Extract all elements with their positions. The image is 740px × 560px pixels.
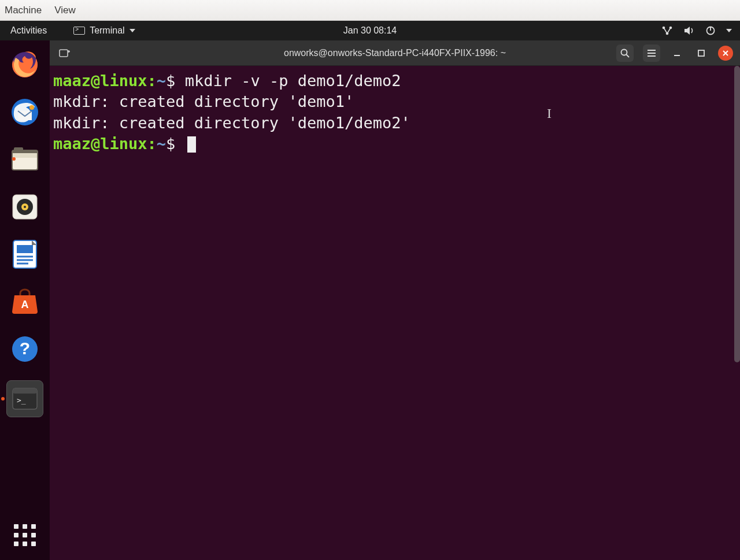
svg-point-30	[621, 49, 627, 55]
maximize-button[interactable]	[694, 46, 709, 61]
minimize-icon	[672, 49, 682, 58]
clock[interactable]: Jan 30 08:14	[343, 25, 397, 36]
maximize-icon	[697, 49, 706, 58]
prompt-dollar: $	[166, 135, 175, 153]
search-icon	[620, 48, 630, 58]
chevron-down-icon	[726, 29, 732, 32]
rhythmbox-icon[interactable]	[9, 191, 41, 223]
svg-text:>_: >_	[17, 396, 26, 405]
prompt-user: maaz@linux	[53, 72, 147, 90]
help-icon[interactable]: ?	[9, 333, 41, 365]
terminal-icon[interactable]: >_	[6, 380, 43, 417]
show-applications-button[interactable]	[13, 523, 37, 547]
svg-point-7	[29, 105, 34, 110]
close-button[interactable]	[718, 46, 733, 61]
terminal-line: maaz@linux:~$	[53, 133, 737, 154]
minimize-button[interactable]	[669, 46, 684, 61]
terminal-window: onworks@onworks-Standard-PC-i440FX-PIIX-…	[50, 40, 740, 560]
prompt-user: maaz@linux	[53, 135, 147, 153]
app-menu-label: Terminal	[90, 25, 124, 36]
prompt-path: ~	[157, 72, 166, 90]
libreoffice-writer-icon[interactable]	[9, 238, 41, 270]
vm-menubar: Machine View	[0, 0, 740, 21]
firefox-icon[interactable]	[9, 49, 41, 81]
prompt-dollar: $	[166, 72, 175, 90]
new-tab-icon	[59, 48, 71, 58]
svg-rect-25	[13, 388, 37, 394]
hamburger-icon	[646, 49, 657, 57]
svg-rect-11	[14, 147, 23, 152]
vm-menu-view[interactable]: View	[54, 5, 76, 16]
text-cursor-ibeam-icon: I	[547, 104, 552, 123]
prompt-path: ~	[157, 135, 166, 153]
vm-menu-machine[interactable]: Machine	[5, 5, 42, 16]
command-text: mkdir -v -p demo1/demo2	[185, 72, 401, 90]
running-indicator	[1, 397, 5, 400]
svg-text:A: A	[21, 299, 29, 310]
status-area[interactable]	[661, 25, 732, 36]
thunderbird-icon[interactable]	[9, 96, 41, 128]
svg-text:?: ?	[20, 339, 30, 358]
terminal-app-icon	[73, 27, 85, 35]
volume-icon	[683, 25, 695, 36]
terminal-headerbar: onworks@onworks-Standard-PC-i440FX-PIIX-…	[50, 40, 740, 66]
cursor-block	[187, 136, 196, 153]
terminal-line: mkdir: created directory 'demo1'	[53, 91, 737, 112]
terminal-line: maaz@linux:~$ mkdir -v -p demo1/demo2	[53, 71, 737, 91]
svg-point-15	[24, 206, 26, 208]
power-icon	[705, 25, 716, 36]
ubuntu-software-icon[interactable]: A	[9, 285, 41, 318]
work-area: onworks@onworks-Standard-PC-i440FX-PIIX-…	[50, 40, 740, 560]
desktop: A ? >_	[0, 40, 740, 560]
files-icon[interactable]	[9, 143, 41, 176]
chevron-down-icon	[130, 29, 135, 32]
svg-rect-27	[60, 50, 68, 57]
terminal-title: onworks@onworks-Standard-PC-i440FX-PIIX-…	[284, 48, 506, 58]
svg-rect-17	[17, 245, 33, 253]
running-indicator	[12, 157, 16, 161]
gnome-topbar: Activities Terminal Jan 30 08:14	[0, 21, 740, 40]
terminal-line: mkdir: created directory 'demo1/demo2'	[53, 113, 737, 133]
svg-rect-36	[698, 50, 704, 56]
svg-line-31	[627, 54, 630, 57]
network-icon	[661, 25, 673, 36]
search-button[interactable]	[616, 44, 634, 62]
output-text: mkdir: created directory 'demo1/demo2'	[53, 114, 410, 132]
dock: A ? >_	[0, 40, 50, 560]
output-text: mkdir: created directory 'demo1'	[53, 92, 354, 110]
app-menu[interactable]: Terminal	[73, 25, 135, 36]
close-icon	[722, 49, 730, 57]
activities-button[interactable]: Activities	[10, 25, 47, 36]
svg-rect-10	[13, 153, 37, 158]
terminal-body[interactable]: I maaz@linux:~$ mkdir -v -p demo1/demo2 …	[50, 66, 740, 560]
new-tab-button[interactable]	[57, 45, 73, 61]
scrollbar[interactable]	[734, 66, 740, 362]
menu-button[interactable]	[643, 44, 660, 62]
